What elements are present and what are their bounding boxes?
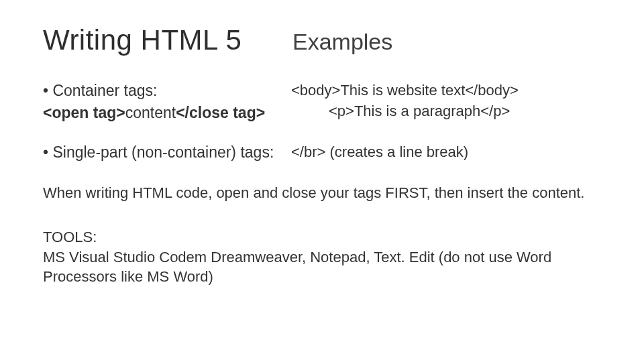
tag-content: content [125,104,176,121]
slide: Writing HTML 5 Examples • Container tags… [0,0,644,362]
close-tag: </close tag> [176,104,265,121]
open-tag: <open tag> [43,104,125,121]
example-body-tag: <body>This is website text</body> [291,80,606,101]
container-tags-text: • Container tags: <open tag>content</clo… [43,80,291,123]
tools-text: MS Visual Studio Codem Dreamweaver, Note… [43,247,606,287]
row-container-tags: • Container tags: <open tag>content</clo… [43,80,606,123]
container-tags-example: <body>This is website text</body> <p>Thi… [291,80,606,123]
example-br-tag: </br> (creates a line break) [291,142,606,163]
tools-label: TOOLS: [43,227,606,247]
single-part-text: • Single-part (non-container) tags: [43,142,291,164]
tag-pattern: <open tag>content</close tag> [43,103,291,123]
title-row: Writing HTML 5 Examples [43,24,606,56]
tools-block: TOOLS: MS Visual Studio Codem Dreamweave… [43,227,606,287]
writing-note: When writing HTML code, open and close y… [43,183,606,203]
slide-title: Writing HTML 5 [43,24,284,56]
single-part-example: </br> (creates a line break) [291,142,606,164]
bullet-single-part: • Single-part (non-container) tags: [43,142,291,163]
examples-heading: Examples [292,29,392,55]
bullet-container-tags: • Container tags: [43,80,291,101]
example-p-tag: <p>This is a paragraph</p> [291,101,606,122]
row-single-part-tags: • Single-part (non-container) tags: </br… [43,142,606,164]
